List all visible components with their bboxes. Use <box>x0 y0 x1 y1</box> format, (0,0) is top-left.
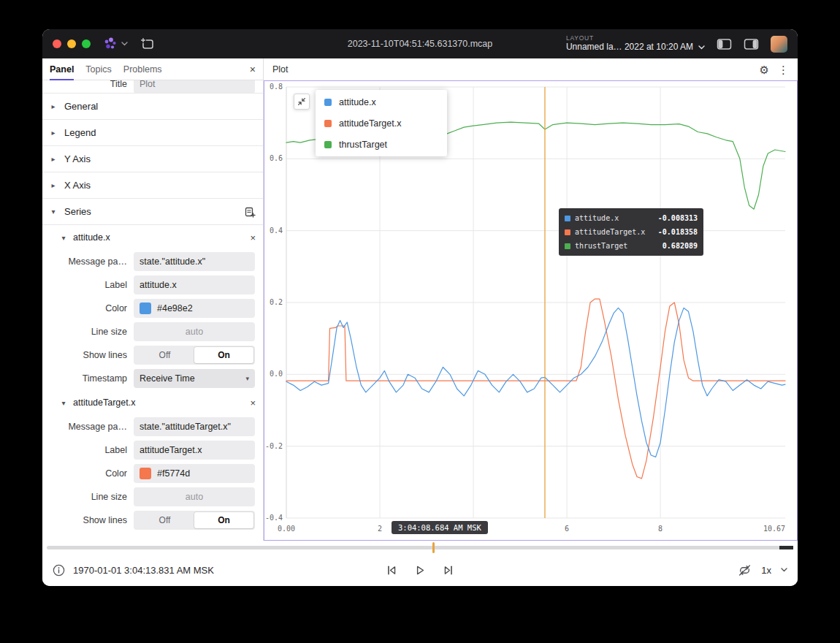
show-lines-on-option[interactable]: On <box>194 512 253 528</box>
section-general[interactable]: ▸ General <box>42 94 263 120</box>
timestamp-value: Receive Time <box>140 373 195 384</box>
field-label: Line size <box>42 492 127 502</box>
playback-bar: 1970-01-01 3:04:13.831 AM MSK <box>42 541 798 586</box>
field-label: Message pa… <box>42 256 127 267</box>
legend-label: attitude.x <box>339 97 376 107</box>
color-swatch <box>140 303 151 314</box>
show-lines-off-option[interactable]: Off <box>135 347 194 363</box>
color-hex: #4e98e2 <box>157 303 193 313</box>
loop-disabled-icon[interactable] <box>738 564 752 577</box>
tab-panel[interactable]: Panel <box>50 58 74 80</box>
user-avatar[interactable] <box>771 36 787 53</box>
section-x-axis[interactable]: ▸ X Axis <box>42 172 263 199</box>
close-window-button[interactable] <box>53 39 61 48</box>
legend-color-swatch <box>324 120 332 127</box>
show-lines-off-option[interactable]: Off <box>135 512 194 528</box>
plot-panel: Plot ⚙ ⋮ 0.80.60.40.20.0-0.2-0.40.002468… <box>264 58 798 541</box>
line-size-input[interactable]: auto <box>134 487 255 506</box>
plot-panel-header[interactable]: Plot ⚙ ⋮ <box>264 58 798 80</box>
seek-start-button[interactable] <box>386 564 398 577</box>
section-series[interactable]: ▾ Series <box>42 199 263 225</box>
color-input[interactable]: #4e98e2 <box>134 299 255 318</box>
panel-title-input[interactable]: Plot <box>134 80 255 94</box>
app-menu-chevron-icon[interactable] <box>121 42 128 46</box>
plot-panel-title: Plot <box>272 64 289 75</box>
series-name: attitude.x <box>73 232 110 243</box>
field-label: Label <box>42 280 127 290</box>
svg-text:0.8: 0.8 <box>270 83 283 91</box>
foxglove-logo-icon[interactable] <box>102 37 118 51</box>
tab-topics[interactable]: Topics <box>85 58 111 80</box>
field-label: Label <box>42 445 127 455</box>
layout-selector[interactable]: LAYOUT Unnamed la… 2022 at 10:20 AM <box>566 35 705 53</box>
seek-end-button[interactable] <box>443 564 455 577</box>
playback-info-icon[interactable] <box>53 564 65 577</box>
label-input[interactable]: attitude.x <box>134 275 255 294</box>
section-y-axis[interactable]: ▸ Y Axis <box>42 146 263 172</box>
sidebar-tabbar: Panel Topics Problems × <box>42 58 263 80</box>
message-path-input[interactable]: state."attitude.x" <box>134 252 255 271</box>
series-header[interactable]: ▾ attitude.x × <box>42 225 263 250</box>
line-size-input[interactable]: auto <box>134 322 255 341</box>
window-title: 2023-11-10T04:51:45.631370.mcap <box>348 39 493 49</box>
legend-item[interactable]: attitudeTarget.x <box>316 113 447 134</box>
timestamp-select[interactable]: Receive Time ▾ <box>134 369 255 388</box>
speed-chevron-down-icon[interactable] <box>781 568 787 572</box>
legend-collapse-button[interactable] <box>294 94 310 110</box>
tooltip-label: thrustTarget <box>575 242 627 250</box>
section-legend[interactable]: ▸ Legend <box>42 120 263 146</box>
section-label: General <box>64 101 98 112</box>
panel-settings-scroll[interactable]: Title Plot ▸ General ▸ Legend ▸ Y Axis <box>42 80 263 541</box>
svg-text:-0.4: -0.4 <box>265 514 283 522</box>
legend-color-swatch <box>324 99 332 106</box>
show-lines-toggle[interactable]: Off On <box>134 346 255 365</box>
remove-series-icon[interactable]: × <box>250 233 256 243</box>
titlebar: 2023-11-10T04:51:45.631370.mcap LAYOUT U… <box>42 29 798 58</box>
show-lines-toggle[interactable]: Off On <box>134 511 255 530</box>
current-timestamp: 1970-01-01 3:04:13.831 AM MSK <box>73 565 214 576</box>
show-lines-on-option[interactable]: On <box>194 347 253 363</box>
tooltip-label: attitude.x <box>575 214 619 222</box>
section-label: Series <box>64 206 91 217</box>
field-label: Line size <box>42 327 127 337</box>
field-label: Title <box>42 80 127 89</box>
message-path-input[interactable]: state."attitudeTarget.x" <box>134 417 255 436</box>
scrubber-event-region[interactable] <box>779 546 793 549</box>
tab-problems[interactable]: Problems <box>123 58 162 80</box>
playhead-marker[interactable] <box>432 542 435 553</box>
plot-legend: attitude.x attitudeTarget.x thrustTarget <box>316 90 447 156</box>
add-panel-button[interactable] <box>140 37 156 51</box>
tooltip-color-swatch <box>565 216 570 221</box>
legend-item[interactable]: thrustTarget <box>316 134 447 155</box>
tooltip-value: -0.008313 <box>658 214 698 222</box>
section-label: X Axis <box>64 180 91 191</box>
series-header[interactable]: ▾ attitudeTarget.x × <box>42 390 263 415</box>
field-label: Timestamp <box>42 373 127 384</box>
panel-menu-kebab-icon[interactable]: ⋮ <box>778 64 789 75</box>
chevron-right-icon: ▸ <box>50 129 57 137</box>
playback-speed[interactable]: 1x <box>761 565 771 576</box>
layout-name: Unnamed la… 2022 at 10:20 AM <box>566 42 693 53</box>
svg-text:2: 2 <box>378 525 382 533</box>
left-sidebar-toggle-icon[interactable] <box>717 38 732 50</box>
series-block: ▾ attitudeTarget.x × Message pa… state."… <box>42 390 263 532</box>
remove-series-icon[interactable]: × <box>250 398 256 408</box>
close-sidebar-icon[interactable]: × <box>250 64 256 75</box>
play-button[interactable] <box>414 564 427 577</box>
section-label: Legend <box>64 127 96 138</box>
right-sidebar-toggle-icon[interactable] <box>744 38 759 50</box>
minimize-window-button[interactable] <box>67 39 76 48</box>
field-label: Show lines <box>42 350 127 360</box>
chevron-right-icon: ▸ <box>50 181 57 189</box>
playback-scrubber[interactable] <box>47 546 793 549</box>
field-label: Color <box>42 468 127 479</box>
label-input[interactable]: attitudeTarget.x <box>134 441 255 460</box>
chevron-right-icon: ▸ <box>50 102 57 110</box>
zoom-window-button[interactable] <box>82 39 91 48</box>
settings-gear-icon[interactable]: ⚙ <box>760 64 769 75</box>
color-input[interactable]: #f5774d <box>134 464 255 483</box>
add-series-icon[interactable] <box>244 206 256 218</box>
tooltip-value: 0.682089 <box>663 242 698 250</box>
legend-item[interactable]: attitude.x <box>316 91 447 113</box>
svg-text:0.0: 0.0 <box>270 370 283 378</box>
